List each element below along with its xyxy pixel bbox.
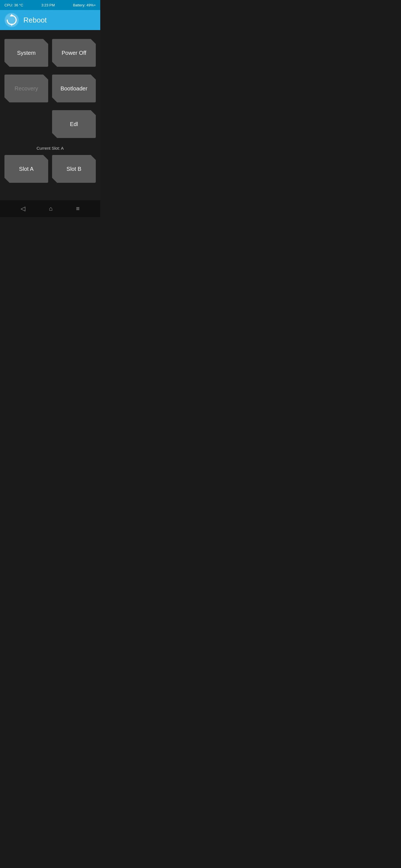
status-bar: CPU: 36 °C 3:23 PM Battery: 49%+ [0,0,100,10]
time-status: 3:23 PM [41,3,55,7]
edl-button[interactable]: Edl [52,110,96,138]
cpu-status: CPU: 36 °C [4,3,23,7]
app-bar-title: Reboot [23,16,47,25]
power-off-button[interactable]: Power Off [52,39,96,67]
slot-b-button[interactable]: Slot B [52,155,96,183]
current-slot-label: Current Slot: A [4,146,96,151]
nav-bar: ◁ ⌂ ≡ [0,200,100,217]
battery-status: Battery: 49%+ [73,3,96,7]
system-button[interactable]: System [4,39,48,67]
button-row-1: System Power Off [4,39,96,67]
back-button[interactable]: ◁ [21,205,25,212]
app-bar: Reboot [0,10,100,30]
main-content: System Power Off Recovery Bootloader Edl… [0,30,100,200]
bootloader-button[interactable]: Bootloader [52,74,96,102]
button-row-slots: Slot A Slot B [4,155,96,183]
button-row-2: Recovery Bootloader [4,74,96,102]
button-row-3: Edl [4,110,96,138]
recovery-button[interactable]: Recovery [4,74,48,102]
home-button[interactable]: ⌂ [49,205,52,212]
reboot-icon [4,13,19,27]
menu-button[interactable]: ≡ [76,205,80,212]
slot-a-button[interactable]: Slot A [4,155,48,183]
